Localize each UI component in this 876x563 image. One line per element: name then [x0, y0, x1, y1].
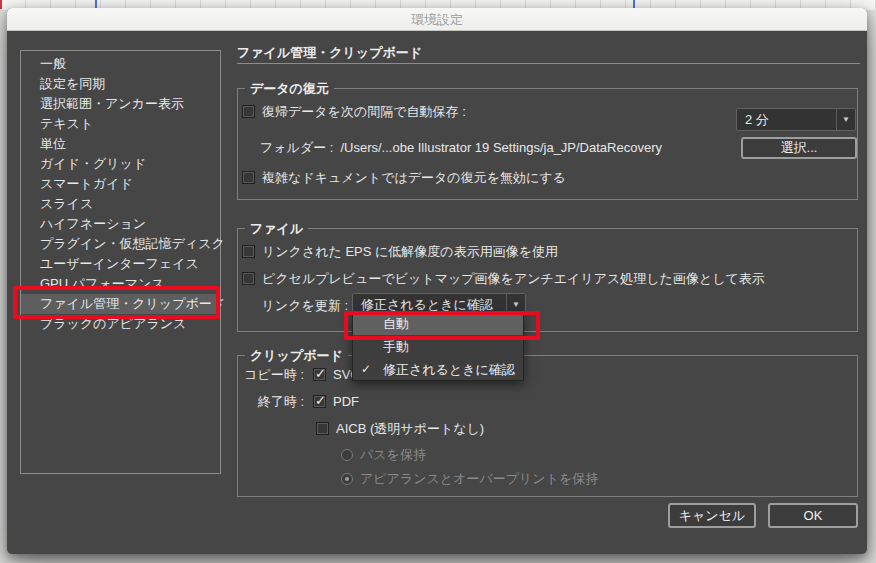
pixel-preview-antialias-checkbox[interactable] — [242, 272, 255, 285]
aicb-checkbox[interactable] — [316, 422, 329, 435]
preserve-paths-label: パスを保持 — [360, 446, 426, 464]
sidebar-item-file-handling-clipboard[interactable]: ファイル管理・クリップボード — [21, 294, 220, 314]
eps-proxy-label: リンクされた EPS に低解像度の表示用画像を使用 — [262, 243, 558, 261]
sidebar-item-guides-grid[interactable]: ガイド・グリッド — [21, 154, 220, 174]
group-data-recovery: データの復元 復帰データを次の間隔で自動保存 : 2 分 ▼ フォルダー : /… — [237, 88, 858, 200]
sidebar-item-smart-guides[interactable]: スマートガイド — [21, 174, 220, 194]
disable-recovery-complex-label: 複雑なドキュメントではデータの復元を無効にする — [262, 169, 566, 187]
update-links-label: リンクを更新 : — [260, 297, 348, 315]
sidebar-item-appearance-of-black[interactable]: ブラックのアピアランス — [21, 314, 220, 334]
dialog-titlebar[interactable]: 環境設定 — [7, 8, 867, 31]
sidebar-item-user-interface[interactable]: ユーザーインターフェイス — [21, 254, 220, 274]
pane-title: ファイル管理・クリップボード — [237, 44, 422, 62]
group-files-legend: ファイル — [245, 220, 308, 238]
ok-button[interactable]: OK — [768, 503, 858, 528]
autosave-interval-value: 2 分 — [737, 111, 836, 129]
autosave-label: 復帰データを次の間隔で自動保存 : — [262, 103, 466, 121]
header-divider — [237, 63, 860, 64]
dialog-title: 環境設定 — [411, 12, 463, 27]
cancel-button[interactable]: キャンセル — [668, 503, 756, 528]
preferences-category-list: 一般 設定を同期 選択範囲・アンカー表示 テキスト 単位 ガイド・グリッド スマ… — [20, 50, 221, 474]
folder-label: フォルダー : — [260, 139, 333, 157]
copy-svg-checkbox[interactable] — [313, 368, 326, 381]
sidebar-item-gpu-performance[interactable]: GPU パフォーマンス — [21, 274, 220, 294]
folder-path: /Users/...obe Illustrator 19 Settings/ja… — [340, 140, 662, 155]
pixel-preview-antialias-label: ピクセルプレビューでビットマップ画像をアンチエイリアス処理した画像として表示 — [262, 270, 765, 288]
choose-folder-button[interactable]: 選択... — [741, 137, 857, 159]
sidebar-item-general[interactable]: 一般 — [21, 54, 220, 74]
red-guide-line — [0, 0, 2, 9]
sidebar-item-type[interactable]: テキスト — [21, 114, 220, 134]
autosave-interval-dropdown[interactable]: 2 分 ▼ — [736, 108, 856, 131]
disable-recovery-complex-checkbox[interactable] — [242, 171, 255, 184]
chevron-down-icon: ▼ — [836, 109, 855, 130]
group-data-recovery-legend: データの復元 — [245, 80, 334, 98]
quit-pdf-checkbox[interactable] — [313, 395, 326, 408]
on-quit-label: 終了時 : — [240, 393, 304, 411]
preserve-paths-radio — [341, 449, 353, 461]
sidebar-item-selection-anchor[interactable]: 選択範囲・アンカー表示 — [21, 94, 220, 114]
sidebar-item-hyphenation[interactable]: ハイフネーション — [21, 214, 220, 234]
preserve-appearance-label: アピアランスとオーバープリントを保持 — [360, 470, 598, 488]
menu-item-ask-when-modified[interactable]: ✓ 修正されるときに確認 — [353, 358, 523, 381]
menu-item-manual[interactable]: 手動 — [353, 335, 523, 358]
autosave-checkbox[interactable] — [242, 105, 255, 118]
group-clipboard: クリップボード コピー時 : SVG コードを含める 終了時 : PDF AIC… — [237, 355, 858, 497]
aicb-label: AICB (透明サポートなし) — [336, 420, 484, 438]
sidebar-item-slices[interactable]: スライス — [21, 194, 220, 214]
check-icon: ✓ — [361, 358, 371, 381]
sidebar-item-units[interactable]: 単位 — [21, 134, 220, 154]
eps-proxy-checkbox[interactable] — [242, 245, 255, 258]
sidebar-item-sync-settings[interactable]: 設定を同期 — [21, 74, 220, 94]
sidebar-item-plugins-scratch-disks[interactable]: プラグイン・仮想記憶ディスク — [21, 234, 220, 254]
preferences-dialog: 環境設定 一般 設定を同期 選択範囲・アンカー表示 テキスト 単位 ガイド・グリ… — [7, 8, 867, 554]
update-links-menu: 自動 手動 ✓ 修正されるときに確認 — [352, 311, 524, 381]
group-files: ファイル リンクされた EPS に低解像度の表示用画像を使用 ピクセルプレビュー… — [237, 228, 858, 332]
quit-pdf-label: PDF — [333, 394, 359, 409]
preserve-appearance-radio — [341, 473, 353, 485]
menu-item-automatic[interactable]: 自動 — [353, 312, 523, 335]
on-copy-label: コピー時 : — [240, 366, 304, 384]
group-clipboard-legend: クリップボード — [245, 347, 348, 365]
